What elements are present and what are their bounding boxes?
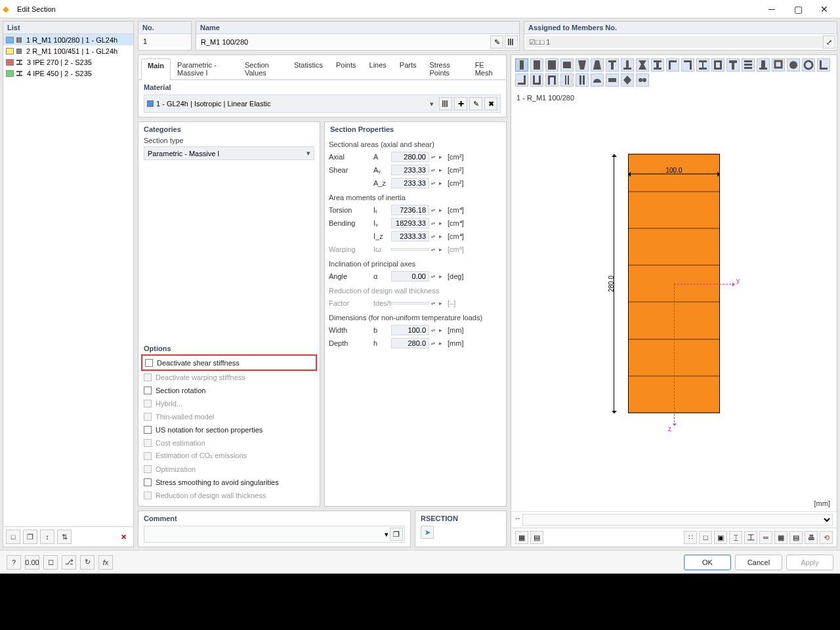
prop-value[interactable]: 233.33 (391, 165, 429, 175)
profile-icon-26[interactable] (591, 74, 604, 87)
library-icon[interactable] (505, 35, 518, 49)
tab-parametric-massive-i[interactable]: Parametric - Massive I (171, 58, 238, 79)
list-item[interactable]: 4 IPE 450 | 2 - S235 (3, 68, 133, 79)
tree-icon[interactable]: ⎇ (62, 555, 76, 570)
apply-button[interactable]: Apply (786, 555, 833, 570)
tab-parts[interactable]: Parts (393, 58, 423, 79)
option-deactivate-shear-stiffness[interactable]: Deactivate shear stiffness (145, 357, 313, 368)
spinner-icon[interactable]: ▴▾ (431, 208, 437, 212)
ok-button[interactable]: OK (684, 555, 731, 570)
view-2-icon[interactable]: □ (699, 531, 712, 544)
profile-icon-18[interactable] (787, 58, 800, 72)
profile-icon-11[interactable] (681, 58, 694, 72)
refresh-icon[interactable]: ↻ (80, 555, 94, 570)
cancel-button[interactable]: Cancel (735, 555, 782, 570)
spinner-icon[interactable]: ▴▾ (431, 155, 437, 159)
profile-icon-22[interactable] (530, 74, 543, 87)
material-lib-icon[interactable] (439, 97, 452, 110)
profile-icon-23[interactable] (545, 74, 558, 87)
prop-value[interactable]: 2333.33 (391, 231, 429, 242)
print-icon[interactable]: 🖶 (805, 531, 818, 544)
prop-value[interactable]: 280.0 (391, 338, 429, 348)
new-button[interactable]: □ (6, 530, 20, 544)
profile-icon-2[interactable] (545, 58, 558, 72)
profile-icon-10[interactable] (666, 58, 679, 72)
comment-input[interactable] (146, 529, 383, 539)
delete-button[interactable]: ✕ (116, 530, 131, 544)
spinner-icon[interactable]: ▴▾ (431, 341, 437, 345)
profile-icon-19[interactable] (802, 58, 815, 72)
profile-icon-8[interactable] (636, 58, 649, 72)
list-item[interactable]: 2 R_M1 100/451 | 1 - GL24h (3, 45, 133, 56)
view-5-icon[interactable]: 工 (744, 531, 757, 544)
view-7-icon[interactable]: ▦ (774, 531, 788, 544)
profile-icon-17[interactable] (772, 58, 785, 72)
spinner-icon[interactable]: ▴▾ (431, 181, 437, 185)
view3d-icon[interactable]: ◻ (43, 555, 58, 570)
tab-lines[interactable]: Lines (363, 58, 393, 79)
rsection-launch-icon[interactable]: ➤ (421, 526, 434, 539)
comment-lib-icon[interactable]: ❐ (390, 528, 403, 541)
view-8-icon[interactable]: ▤ (789, 531, 803, 544)
preview-canvas[interactable]: 1 - R_M1 100/280 100.0 280.0 [mm] (511, 90, 837, 511)
spinner-icon[interactable]: ▴▾ (431, 168, 437, 172)
name-input[interactable] (198, 36, 489, 48)
profile-icon-14[interactable] (726, 58, 740, 72)
tab-stress-points[interactable]: Stress Points (423, 58, 469, 79)
arrow-icon[interactable]: ▸ (439, 233, 446, 240)
reset-icon[interactable]: ⟲ (820, 531, 833, 544)
prop-value[interactable]: 18293.33 (391, 218, 429, 228)
view-1-icon[interactable]: ∷ (684, 531, 697, 544)
spinner-icon[interactable]: ▴▾ (431, 274, 437, 278)
view-4-icon[interactable]: ⌶ (729, 531, 742, 544)
profile-icon-0[interactable] (515, 58, 528, 72)
section-type-combo[interactable]: Parametric - Massive I ▾ (144, 146, 314, 160)
material-combo[interactable]: 1 - GL24h | Isotropic | Linear Elastic ▾… (144, 94, 501, 113)
checkbox[interactable] (144, 426, 152, 434)
up-button[interactable]: ↕ (40, 530, 54, 544)
toggle-2-icon[interactable]: ▤ (530, 531, 543, 544)
sort-button[interactable]: ⇅ (57, 530, 72, 544)
tab-main[interactable]: Main (141, 58, 171, 80)
copy-button[interactable]: ❐ (23, 530, 37, 544)
maximize-button[interactable]: ▢ (785, 0, 811, 18)
profile-icon-7[interactable] (621, 58, 634, 72)
profile-icon-16[interactable] (757, 58, 770, 72)
arrow-icon[interactable]: ▸ (439, 154, 446, 160)
close-button[interactable]: ✕ (811, 0, 837, 18)
checkbox[interactable] (145, 359, 153, 367)
material-del-icon[interactable]: ✖ (484, 97, 497, 110)
toggle-1-icon[interactable]: ▦ (515, 531, 528, 544)
profile-icon-20[interactable] (817, 58, 830, 72)
option-section-rotation[interactable]: Section rotation (144, 385, 314, 396)
no-input[interactable] (140, 35, 190, 47)
profile-icon-13[interactable] (711, 58, 724, 72)
minimize-button[interactable]: ─ (759, 0, 785, 18)
view-6-icon[interactable]: ═ (759, 531, 772, 544)
spinner-icon[interactable]: ▴▾ (431, 221, 437, 225)
arrow-icon[interactable]: ▸ (439, 340, 446, 346)
option-stress-smoothing-to-avoid-singularities[interactable]: Stress smoothing to avoid singularities (144, 476, 314, 488)
prop-value[interactable]: 280.00 (391, 152, 429, 162)
profile-icon-6[interactable] (606, 58, 619, 72)
prop-value[interactable]: 233.33 (391, 178, 429, 188)
arrow-icon[interactable]: ▸ (439, 180, 446, 186)
profile-icon-24[interactable] (560, 74, 574, 87)
prop-value[interactable]: 7236.18 (391, 205, 429, 215)
checkbox[interactable] (144, 478, 152, 486)
material-edit-icon[interactable]: ✎ (469, 97, 482, 110)
profile-icon-15[interactable] (742, 58, 755, 72)
profile-icon-21[interactable] (515, 74, 528, 87)
prop-value[interactable]: 0.00 (391, 271, 429, 282)
units-icon[interactable]: 0.00 (25, 555, 39, 570)
comment-combo[interactable]: ▾ ❐ (144, 526, 405, 543)
help-icon[interactable]: ? (7, 555, 21, 570)
prop-value[interactable]: 100.0 (391, 325, 429, 335)
arrow-icon[interactable]: ▸ (439, 327, 446, 333)
profile-icon-12[interactable] (696, 58, 709, 72)
profile-icon-25[interactable] (576, 74, 589, 87)
fx-icon[interactable]: fx (98, 555, 113, 570)
profile-icon-5[interactable] (591, 58, 604, 72)
view-3-icon[interactable]: ▣ (714, 531, 727, 544)
arrow-icon[interactable]: ▸ (439, 273, 446, 280)
